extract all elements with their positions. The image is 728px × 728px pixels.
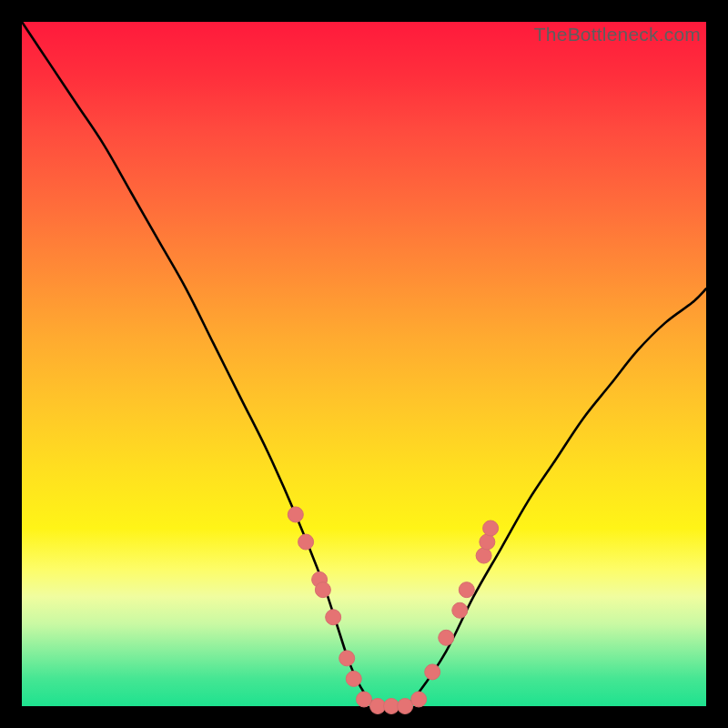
bottleneck-curve-path [22,22,706,707]
curve-marker [483,521,499,536]
curve-marker [439,630,454,645]
curve-marker [288,507,303,522]
curve-marker [357,692,372,707]
chart-frame: TheBottleneck.com [22,22,706,706]
curve-marker [459,582,474,598]
curve-marker [398,699,413,714]
curve-marker [411,692,427,707]
curve-marker [339,651,355,666]
curve-marker [476,548,491,563]
curve-marker [346,671,361,686]
curve-markers-group [288,507,498,714]
curve-marker [480,534,495,550]
curve-marker [370,699,386,714]
curve-marker [384,699,399,714]
bottleneck-curve-svg [22,22,706,706]
curve-marker [452,602,468,618]
curve-marker [315,582,330,598]
curve-marker [425,664,440,680]
curve-marker [298,534,314,550]
watermark-text: TheBottleneck.com [534,24,701,46]
curve-marker [326,610,341,625]
